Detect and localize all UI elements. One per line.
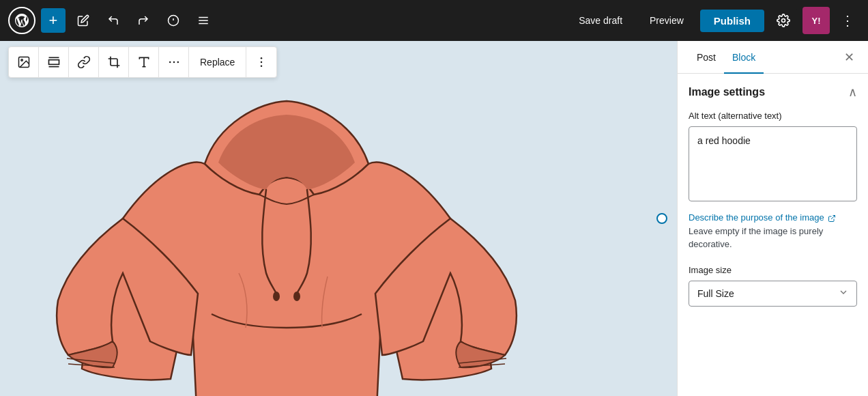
image-size-label: Image size (689, 265, 857, 275)
sidebar-content: Image settings ∧ Alt text (alternative t… (678, 74, 868, 396)
main-layout: Replace Post Block ✕ (0, 41, 868, 396)
alt-text-link[interactable]: Describe the purpose of the image (689, 212, 836, 223)
preview-button[interactable]: Preview (639, 10, 695, 31)
image-block-toolbar: Replace (8, 46, 277, 78)
wordpress-logo[interactable] (8, 7, 35, 34)
tab-post[interactable]: Post (689, 41, 724, 74)
size-select-wrapper: Thumbnail Medium Large Full Size (689, 281, 857, 307)
svg-point-23 (169, 61, 171, 63)
image-type-button[interactable] (9, 47, 39, 77)
sidebar-tabs: Post Block ✕ (678, 41, 868, 74)
add-block-button[interactable]: + (41, 8, 66, 33)
block-more-button[interactable] (246, 47, 276, 77)
publish-button[interactable]: Publish (700, 10, 764, 32)
more-options-button[interactable]: ⋮ (835, 8, 860, 33)
hoodie-illustration (0, 82, 573, 396)
resize-handle[interactable] (656, 213, 667, 224)
alt-text-input[interactable]: a red hoodie (689, 126, 857, 201)
svg-point-6 (782, 19, 785, 23)
link-button[interactable] (69, 47, 99, 77)
svg-line-29 (831, 215, 835, 219)
svg-point-28 (261, 66, 263, 68)
top-toolbar: + Save draft (0, 0, 868, 41)
svg-point-8 (273, 292, 280, 301)
crop-button[interactable] (99, 47, 129, 77)
svg-point-25 (177, 61, 179, 63)
undo-button[interactable] (101, 8, 126, 33)
tab-block[interactable]: Block (724, 41, 764, 74)
replace-button[interactable]: Replace (189, 47, 246, 77)
section-title: Image settings (689, 86, 765, 98)
info-button[interactable] (161, 8, 186, 33)
svg-point-24 (173, 61, 175, 63)
image-size-select[interactable]: Thumbnail Medium Large Full Size (689, 281, 857, 307)
svg-rect-18 (48, 60, 59, 65)
alt-text-label: Alt text (alternative text) (689, 111, 857, 121)
yoast-button[interactable]: Y! (802, 7, 830, 34)
image-canvas (0, 41, 677, 396)
alt-text-description: Describe the purpose of the image Leave … (689, 211, 857, 251)
more-block-options-button[interactable] (159, 47, 189, 77)
image-settings-section-header: Image settings ∧ (689, 85, 857, 100)
section-toggle-button[interactable]: ∧ (848, 85, 857, 100)
svg-point-17 (20, 59, 22, 61)
svg-point-9 (293, 292, 300, 301)
editor-area: Replace (0, 41, 677, 396)
sidebar-close-button[interactable]: ✕ (841, 47, 857, 68)
settings-button[interactable] (770, 7, 797, 34)
text-overlay-button[interactable] (129, 47, 159, 77)
save-draft-button[interactable]: Save draft (568, 10, 633, 31)
list-view-button[interactable] (191, 8, 216, 33)
svg-point-27 (261, 61, 263, 63)
align-button[interactable] (39, 47, 69, 77)
pencil-button[interactable] (71, 8, 96, 33)
svg-point-26 (261, 57, 263, 59)
sidebar: Post Block ✕ Image settings ∧ Alt text (… (677, 41, 868, 396)
redo-button[interactable] (131, 8, 156, 33)
